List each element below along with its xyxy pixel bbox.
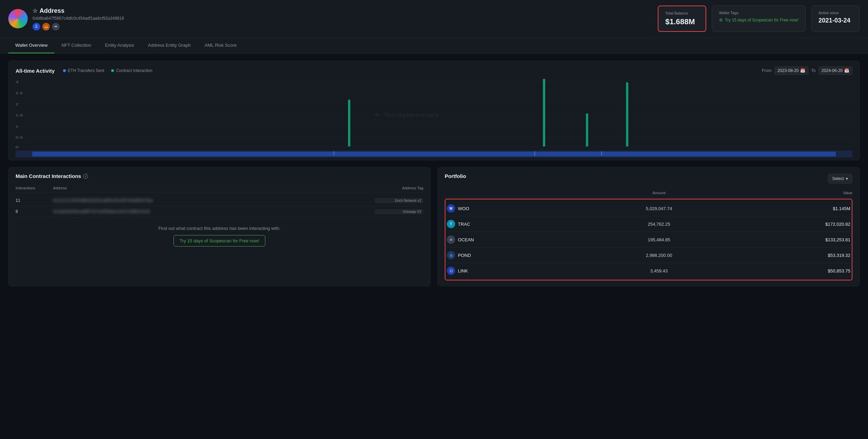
badge-more: •• <box>52 23 60 30</box>
portfolio-select-dropdown[interactable]: Select ▾ <box>828 174 852 183</box>
tab-aml-risk-score[interactable]: AML Risk Score <box>198 38 244 53</box>
address-title-label: Address <box>39 7 64 15</box>
token-cell-woo: W WOO <box>447 204 509 213</box>
legend-contract-interaction: Contract Interaction <box>111 68 152 73</box>
svg-text:2.5: 2.5 <box>16 91 23 95</box>
legend-dot-green <box>111 69 114 72</box>
tabs: Wallet Overview NFT Collection Entity An… <box>0 38 868 54</box>
svg-rect-16 <box>543 79 545 146</box>
legend-contract-label: Contract Interaction <box>116 68 152 73</box>
svg-text:✦ Scopescan: ✦ Scopescan <box>372 111 439 118</box>
avatar <box>8 9 28 28</box>
svg-text:0.5: 0.5 <box>16 136 23 139</box>
star-icon[interactable]: ☆ <box>33 8 37 14</box>
gear-icon: ⚙ <box>719 18 723 23</box>
link-symbol: LINK <box>458 268 468 274</box>
row1-interactions: 11 <box>16 198 50 203</box>
portfolio-section: Portfolio Select ▾ Amount Value W WOO <box>437 167 860 286</box>
ocean-value: $133,253.81 <box>809 237 850 242</box>
portfolio-table-header: Amount Value <box>445 189 852 197</box>
badge-eth: Ξ <box>33 23 40 30</box>
portfolio-row-trac: T TRAC 254,762.25 $172,020.82 <box>447 216 850 232</box>
pond-icon: ◎ <box>447 251 455 259</box>
from-label: From <box>762 68 772 73</box>
contract-table-header: Interactions Address Address Tag <box>16 184 423 192</box>
total-balance-card: Total Balance $1.688M <box>658 6 706 32</box>
table-row: 11 0x111111254346b319223cdbf5c2614674a4d… <box>16 195 423 206</box>
activity-header: All-time Activity ETH Transfers Sent Con… <box>16 66 852 75</box>
col-interactions-header: Interactions <box>16 186 50 190</box>
row1-address: 0x111111254346b319223cdbf5c2614674a4db5d… <box>53 198 372 203</box>
trac-icon: T <box>447 220 455 228</box>
row2-address: 0x1a9c8184ecaa897cb7e2f30dae14cb7e3d65c4… <box>53 209 372 214</box>
link-icon: ⬡ <box>447 267 455 275</box>
header-left: ☆ Address 0xb8ba647f5867c4dfc0c454adf1aa… <box>8 7 124 30</box>
pond-amount: 2,998,200.00 <box>512 253 806 258</box>
portfolio-col-value: Value <box>811 191 852 195</box>
woo-amount: 5,029,047.74 <box>512 206 806 211</box>
wallet-tags-card: Wallet Tags ⚙ Try 15 days of Scopescan f… <box>712 6 806 32</box>
upgrade-button[interactable]: Try 15 days of Scopescan for Free now! <box>174 235 265 247</box>
activity-chart: 0 0.5 1 1.5 2 2.5 3 ✦ Scopescan <box>16 79 852 148</box>
token-cell-trac: T TRAC <box>447 220 509 228</box>
svg-rect-15 <box>348 100 351 146</box>
date-range: From 2023-08-20 📅 To 2024-06-20 📅 <box>762 66 852 75</box>
to-label: To <box>811 68 816 73</box>
woo-symbol: WOO <box>458 206 469 211</box>
portfolio-header: Portfolio Select ▾ <box>445 173 852 184</box>
pond-value: $53,319.32 <box>809 253 850 258</box>
wallet-tags-link[interactable]: ⚙ Try 15 days of Scopescan for Free now! <box>719 18 798 23</box>
calendar-icon-to: 📅 <box>844 68 849 73</box>
tab-entity-analysis[interactable]: Entity Analysis <box>98 38 141 53</box>
svg-rect-18 <box>626 82 628 146</box>
active-since-card: Active since 2021-03-24 <box>811 6 860 32</box>
header-stats: Total Balance $1.688M Wallet Tags ⚙ Try … <box>658 6 860 32</box>
activity-title: All-time Activity <box>16 68 55 74</box>
trac-symbol: TRAC <box>458 222 470 227</box>
portfolio-col-amount: Amount <box>510 191 808 195</box>
select-label: Select <box>832 176 844 181</box>
pond-symbol: POND <box>458 253 471 258</box>
from-date-value: 2023-08-20 <box>778 68 799 73</box>
tab-nft-collection[interactable]: NFT Collection <box>54 38 98 53</box>
contract-section-title: Main Contract Interactions i <box>16 173 423 179</box>
from-date-input[interactable]: 2023-08-20 📅 <box>774 66 808 75</box>
chart-scrubber[interactable] <box>16 151 852 158</box>
svg-rect-17 <box>586 114 588 146</box>
active-since-value: 2021-03-24 <box>818 17 852 24</box>
legend: ETH Transfers Sent Contract Interaction <box>63 68 152 73</box>
portfolio-row-woo: W WOO 5,029,047.74 $1.145M <box>447 201 850 216</box>
to-date-input[interactable]: 2024-06-20 📅 <box>818 66 852 75</box>
wallet-tags-label: Wallet Tags <box>719 11 798 15</box>
portfolio-row-link: ⬡ LINK 3,459.43 $50,853.75 <box>447 263 850 278</box>
page-title: ☆ Address <box>33 7 124 15</box>
token-cell-link: ⬡ LINK <box>447 267 509 275</box>
link-amount: 3,459.43 <box>512 268 806 274</box>
row2-interactions: 8 <box>16 209 50 214</box>
legend-eth-transfers: ETH Transfers Sent <box>63 68 104 73</box>
legend-dot-blue <box>63 69 66 72</box>
svg-text:2: 2 <box>16 102 18 106</box>
main-content: All-time Activity ETH Transfers Sent Con… <box>0 54 868 293</box>
tab-address-entity-graph[interactable]: Address Entity Graph <box>141 38 198 53</box>
address-hash[interactable]: 0xb8ba647f5867c4dfc0c454adf1aa6cf92a3498… <box>33 16 124 21</box>
badges: Ξ 🦊 •• <box>33 23 124 30</box>
token-cell-pond: ◎ POND <box>447 251 509 259</box>
portfolio-row-pond: ◎ POND 2,998,200.00 $53,319.32 <box>447 248 850 263</box>
row1-tag: 1inch Network v2 <box>375 198 423 203</box>
woo-icon: W <box>447 204 455 213</box>
ocean-icon: ≋ <box>447 235 455 244</box>
info-icon[interactable]: i <box>83 174 88 179</box>
row2-tag: Uniswap V2 <box>375 209 423 214</box>
svg-text:1.5: 1.5 <box>16 114 23 117</box>
portfolio-title: Portfolio <box>445 173 466 179</box>
tab-wallet-overview[interactable]: Wallet Overview <box>8 38 54 53</box>
ocean-amount: 195,484.85 <box>512 237 806 242</box>
col-address-header: Address <box>53 186 372 190</box>
portfolio-col-token <box>445 191 507 195</box>
portfolio-row-ocean: ≋ OCEAN 195,484.85 $133,253.81 <box>447 232 850 248</box>
upgrade-message-text: Find out what contract this address has … <box>24 226 415 231</box>
contract-title-text: Main Contract Interactions <box>16 173 81 179</box>
table-row: 8 0x1a9c8184ecaa897cb7e2f30dae14cb7e3d65… <box>16 206 423 217</box>
active-since-label: Active since <box>818 11 852 15</box>
